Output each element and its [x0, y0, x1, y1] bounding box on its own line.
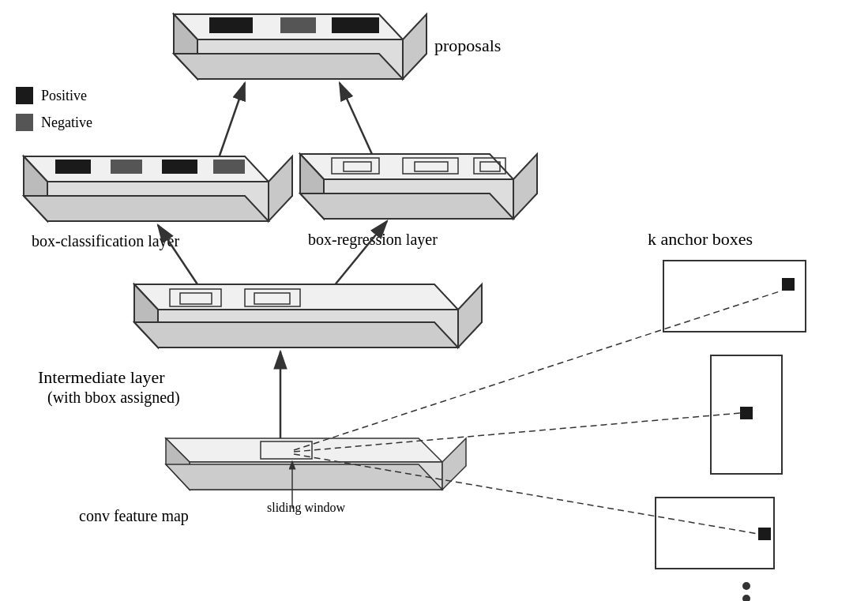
- sliding-window-label: sliding window: [267, 501, 346, 515]
- proposals-label: proposals: [434, 36, 501, 55]
- svg-rect-7: [280, 17, 316, 33]
- svg-marker-35: [458, 284, 482, 347]
- box-classification-label: box-classification layer: [32, 232, 179, 250]
- svg-marker-13: [269, 156, 292, 221]
- svg-marker-37: [134, 322, 458, 347]
- svg-marker-15: [24, 196, 269, 221]
- intermediate-label: Intermediate layer: [38, 367, 165, 387]
- svg-marker-47: [166, 464, 442, 490]
- svg-point-57: [742, 595, 750, 601]
- svg-rect-18: [162, 160, 197, 174]
- svg-rect-16: [55, 160, 91, 174]
- svg-line-60: [294, 413, 740, 452]
- svg-marker-45: [442, 438, 466, 490]
- svg-rect-51: [782, 278, 795, 291]
- svg-rect-17: [111, 160, 142, 174]
- svg-point-56: [742, 582, 750, 590]
- svg-rect-50: [663, 261, 806, 332]
- svg-rect-53: [740, 407, 753, 419]
- svg-rect-19: [213, 160, 245, 174]
- svg-marker-2: [403, 14, 426, 79]
- svg-rect-8: [332, 17, 379, 33]
- diagram-container: Positive Negative proposals: [0, 0, 868, 601]
- k-anchor-label: k anchor boxes: [648, 229, 753, 249]
- svg-marker-22: [513, 154, 537, 219]
- svg-marker-24: [300, 193, 513, 219]
- diagram-svg: proposals box-classification layer: [0, 0, 868, 601]
- intermediate-sub-label: (with bbox assigned): [47, 389, 180, 407]
- svg-rect-55: [758, 528, 771, 540]
- svg-rect-6: [209, 17, 253, 33]
- svg-marker-33: [134, 284, 458, 310]
- svg-rect-54: [656, 498, 774, 569]
- svg-marker-4: [174, 54, 403, 79]
- conv-feature-label: conv feature map: [79, 507, 189, 525]
